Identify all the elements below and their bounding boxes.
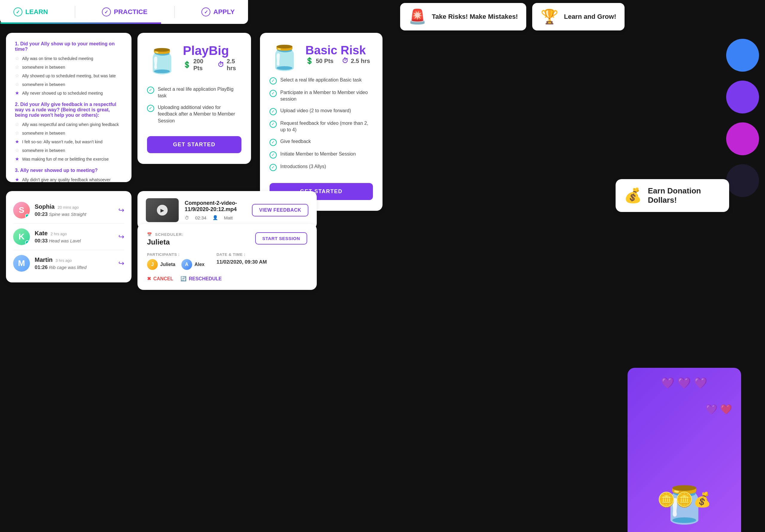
circle-dark[interactable] bbox=[726, 164, 759, 197]
chat-timecode-martin: 01:26 bbox=[35, 265, 48, 270]
quiz-section-2-title: 2. Did your Ally give feedback in a resp… bbox=[15, 102, 123, 118]
chat-name-kate: Kate bbox=[35, 230, 48, 237]
quiz-option[interactable]: ☆ Ally was respectful and caring when gi… bbox=[15, 122, 123, 127]
learn-check-icon: ✓ bbox=[13, 7, 22, 16]
chat-timecode-sophia: 00:23 bbox=[35, 211, 48, 217]
check-icon: ✓ bbox=[270, 90, 277, 97]
participant-name-julieta: Julieta bbox=[160, 262, 175, 267]
playbig-checklist-item-2: ✓ Uploading additional video for feedbac… bbox=[147, 104, 242, 124]
participant-alex: A Alex bbox=[181, 259, 205, 270]
check-icon: ✓ bbox=[147, 105, 154, 112]
video-meta: ⏱ 02:34 👤 Matt bbox=[185, 215, 246, 220]
basic-risk-item-6: ✓ Initiate Member to Member Session bbox=[270, 151, 373, 158]
participants-section: PARTICIPANTS : J Julieta A Alex bbox=[147, 252, 204, 270]
basic-risk-card: 🫙 Basic Risk 💲 50 Pts ⏱ 2.5 hrs ✓ Select… bbox=[260, 33, 382, 211]
basic-risk-stats: 💲 50 Pts ⏱ 2.5 hrs bbox=[306, 57, 370, 65]
quiz-section-1-title: 1. Did your Ally show up to your meeting… bbox=[15, 41, 123, 52]
check-icon: ✓ bbox=[270, 108, 277, 115]
quiz-option[interactable]: ☆ somewhere in between bbox=[15, 147, 123, 153]
view-feedback-button[interactable]: VIEW FEEDBACK bbox=[252, 204, 309, 216]
jar-illustration: 💜 💜 💜 🫙 🪙🪙💰 💜 ❤️ bbox=[627, 368, 741, 532]
chat-info-martin: Martin 3 hrs ago 01:26 Rib cage was lift… bbox=[35, 256, 114, 270]
learn-grow-icon: 🏆 bbox=[540, 8, 558, 25]
quiz-option[interactable]: ☆ somewhere in between bbox=[15, 64, 123, 70]
video-card: ▶ Component-2-video-11/9/2020-20:12.mp4 … bbox=[138, 191, 317, 229]
learn-grow-text: Learn and Grow! bbox=[564, 13, 616, 21]
participant-julieta: J Julieta bbox=[147, 259, 175, 270]
check-icon: ✓ bbox=[270, 151, 277, 158]
donation-text: Earn Donation Dollars! bbox=[648, 186, 721, 205]
date-value: 11/02/2020, 09:30 AM bbox=[216, 259, 267, 265]
playbig-stats: 💲 200 Pts ⏱ 2.5 hrs bbox=[183, 58, 242, 72]
quiz-option[interactable]: ★ Was making fun of me or belittling the… bbox=[15, 156, 123, 162]
playbig-points: 💲 200 Pts bbox=[183, 58, 209, 72]
check-icon: ✓ bbox=[270, 121, 277, 128]
chat-item-kate: K Kate 2 hrs ago 00:33 Head was Lavel ↪ bbox=[13, 224, 124, 250]
quiz-option[interactable]: ☆ somewhere in between bbox=[15, 82, 123, 87]
nav-practice[interactable]: ✓ PRACTICE bbox=[102, 7, 147, 16]
quiz-option[interactable]: ★ I felt so-so: Ally wasn't rude, but wa… bbox=[15, 139, 123, 144]
quiz-option[interactable]: ★ Ally didn't give any quality feedback … bbox=[15, 177, 123, 182]
floating-hearts: 💜 💜 💜 bbox=[661, 377, 707, 389]
check-icon: ✓ bbox=[270, 139, 277, 146]
circle-magenta[interactable] bbox=[726, 123, 759, 155]
chat-time-sophia: 20 mins ago bbox=[58, 205, 79, 210]
reply-icon-kate[interactable]: ↪ bbox=[118, 233, 124, 241]
jar-background: 💜 💜 💜 🫙 🪙🪙💰 💜 ❤️ bbox=[627, 368, 741, 532]
circle-purple[interactable] bbox=[726, 81, 759, 114]
chat-desc-martin: Rib cage was lifted bbox=[49, 265, 87, 270]
quiz-section-3: 3. Ally never showed up to meeting? ★ Al… bbox=[15, 168, 123, 182]
practice-label: PRACTICE bbox=[114, 8, 147, 16]
nav-apply[interactable]: ✓ APPLY bbox=[201, 7, 235, 16]
star-empty-icon: ☆ bbox=[15, 147, 19, 153]
cancel-button[interactable]: ✖ CANCEL bbox=[147, 276, 173, 282]
playbig-card: 🫙 PlayBig 💲 200 Pts ⏱ 2.5 hrs ✓ Select a… bbox=[138, 33, 251, 164]
chat-info-kate: Kate 2 hrs ago 00:33 Head was Lavel bbox=[35, 230, 114, 244]
star-empty-icon: ☆ bbox=[15, 122, 19, 127]
practice-check-icon: ✓ bbox=[102, 7, 111, 16]
reschedule-button[interactable]: 🔄 RESCHEDULE bbox=[181, 276, 222, 282]
calendar-icon: 📅 bbox=[147, 232, 152, 237]
video-thumbnail[interactable]: ▶ bbox=[146, 198, 179, 222]
quiz-option[interactable]: ★ Ally never showed up to scheduled meet… bbox=[15, 90, 123, 96]
reply-icon-martin[interactable]: ↪ bbox=[118, 259, 124, 267]
participant-name-alex: Alex bbox=[195, 262, 205, 267]
chat-name-sophia: Sophia bbox=[35, 203, 55, 210]
chat-panel: S Sophia 20 mins ago 00:23 Spine was Str… bbox=[6, 191, 132, 282]
basic-risk-hours-value: 2.5 hrs bbox=[351, 58, 370, 65]
scheduler-name: Julieta bbox=[147, 238, 184, 246]
quiz-option[interactable]: ☆ somewhere in between bbox=[15, 130, 123, 136]
quiz-option[interactable]: ☆ Ally was on time to scheduled meeting bbox=[15, 56, 123, 61]
avatar-sophia: S bbox=[13, 202, 30, 218]
basic-risk-points-value: 50 Pts bbox=[316, 58, 334, 65]
donation-card: 💰 Earn Donation Dollars! bbox=[616, 179, 729, 212]
author-icon: 👤 bbox=[213, 215, 218, 220]
chat-timecode-kate: 00:33 bbox=[35, 238, 48, 244]
reply-icon-sophia[interactable]: ↪ bbox=[118, 206, 124, 214]
circle-blue[interactable] bbox=[726, 39, 759, 72]
cancel-label: CANCEL bbox=[153, 276, 173, 282]
basic-risk-item-3: ✓ Upload video (2 to move forward) bbox=[270, 108, 373, 115]
play-button[interactable]: ▶ bbox=[157, 205, 168, 215]
star-empty-icon: ☆ bbox=[15, 73, 19, 79]
playbig-get-started-button[interactable]: GET STARTED bbox=[147, 136, 242, 153]
star-filled-icon: ★ bbox=[15, 177, 19, 182]
coins-icon: 🪙🪙💰 bbox=[657, 491, 711, 508]
chat-info-sophia: Sophia 20 mins ago 00:23 Spine was Strai… bbox=[35, 203, 114, 217]
nav-divider-1 bbox=[75, 6, 75, 18]
quiz-section-2: 2. Did your Ally give feedback in a resp… bbox=[15, 102, 123, 162]
playbig-header: 🫙 PlayBig 💲 200 Pts ⏱ 2.5 hrs bbox=[147, 44, 242, 79]
star-empty-icon: ☆ bbox=[15, 130, 19, 136]
top-navigation: ✓ LEARN ✓ PRACTICE ✓ APPLY bbox=[0, 0, 248, 24]
date-section: DATE & TIME : 11/02/2020, 09:30 AM bbox=[216, 252, 267, 270]
video-author: Matt bbox=[224, 215, 233, 220]
nav-learn[interactable]: ✓ LEARN bbox=[13, 7, 48, 16]
playbig-points-value: 200 Pts bbox=[193, 58, 209, 72]
participants-row: J Julieta A Alex bbox=[147, 259, 204, 270]
decorative-hearts: 💜 ❤️ bbox=[706, 403, 732, 415]
basic-risk-header: 🫙 Basic Risk 💲 50 Pts ⏱ 2.5 hrs bbox=[270, 44, 373, 72]
start-session-button[interactable]: START SESSION bbox=[255, 232, 307, 244]
chat-desc-kate: Head was Lavel bbox=[49, 238, 81, 243]
video-duration: 02:34 bbox=[195, 215, 207, 220]
quiz-option[interactable]: ☆ Ally showed up to scheduled meeting, b… bbox=[15, 73, 123, 79]
